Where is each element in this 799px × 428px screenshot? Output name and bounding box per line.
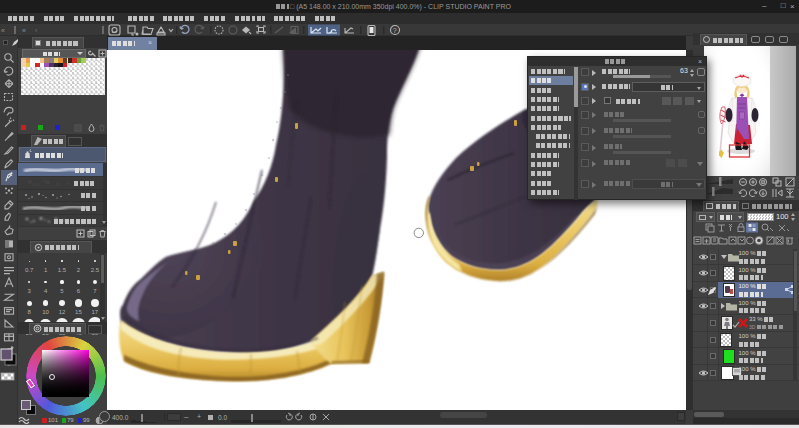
svg-text:?: ? xyxy=(393,27,397,34)
